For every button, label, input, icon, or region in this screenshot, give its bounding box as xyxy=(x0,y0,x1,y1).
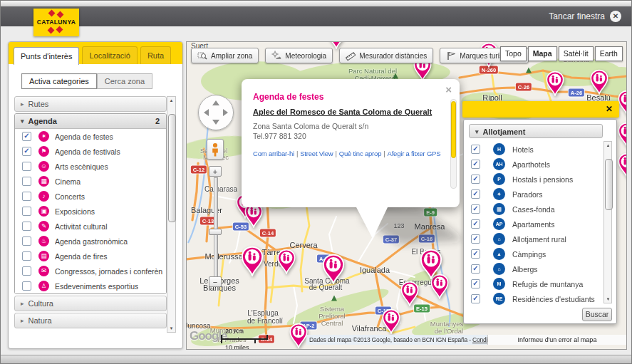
sidebar-tab[interactable]: Punts d'interès xyxy=(14,47,79,65)
category-checkbox[interactable]: ✓ xyxy=(22,266,31,276)
allotjament-row[interactable]: ✓ AH Aparthotels xyxy=(465,157,603,172)
map-type-button[interactable]: Earth xyxy=(595,46,623,61)
category-row[interactable]: ✓ ♨ Agenda gastronòmica xyxy=(15,234,166,249)
map-canvas[interactable]: SuertParc Natural delCadí-MoixeróGarrotx… xyxy=(186,41,627,350)
sidebar-scrollbar[interactable]: ▲ ▼ xyxy=(167,96,176,333)
allotjament-checkbox[interactable]: ✓ xyxy=(471,189,480,199)
allotjament-checkbox[interactable]: ✓ xyxy=(471,294,480,303)
pan-down-icon[interactable] xyxy=(212,120,219,125)
category-checkbox[interactable]: ✓ xyxy=(22,147,31,156)
map-marker[interactable] xyxy=(381,308,401,334)
category-checkbox[interactable]: ✓ xyxy=(22,251,31,261)
popup-close-icon[interactable]: × xyxy=(445,83,452,95)
zoom-out-button[interactable]: − xyxy=(209,276,222,287)
category-checkbox[interactable]: ✓ xyxy=(22,162,31,171)
scroll-down-icon[interactable]: ▼ xyxy=(167,326,175,331)
category-row[interactable]: ✓ ✎ Activitat cultural xyxy=(15,219,166,234)
popup-link[interactable]: Com arribar-hi xyxy=(253,150,294,157)
popup-link[interactable]: Què tinc aprop xyxy=(339,150,382,157)
allotjament-checkbox[interactable]: ✓ xyxy=(471,175,480,184)
popup-link[interactable]: | xyxy=(296,150,298,157)
sidebar-tab[interactable]: Localització xyxy=(82,46,137,64)
pegman-control[interactable] xyxy=(207,139,224,160)
category-row[interactable]: ✓ ✉ Congressos, jornades i conferèn... xyxy=(15,264,166,279)
allotjament-row[interactable]: ✓ AP Apartaments xyxy=(465,217,603,232)
zoom-slider-thumb[interactable] xyxy=(209,229,222,235)
category-row[interactable]: ✓ ☺ Arts escèniques xyxy=(15,159,166,174)
report-error-link[interactable]: Informeu d'un error al mapa xyxy=(487,335,626,345)
category-row[interactable]: ✓ ♙ Esdeveniments esportius xyxy=(15,279,166,293)
allotjament-checkbox[interactable]: ✓ xyxy=(471,264,480,274)
map-marker[interactable] xyxy=(617,152,627,178)
map-marker[interactable] xyxy=(321,254,346,284)
category-checkbox[interactable]: ✓ xyxy=(22,192,31,201)
pan-control[interactable] xyxy=(198,95,234,130)
allotjament-row[interactable]: ✓ ⌂ Allotjament rural xyxy=(465,232,603,246)
allotjament-checkbox[interactable]: ✓ xyxy=(471,160,480,169)
popup-link[interactable]: Street View xyxy=(300,150,333,157)
ampliar-zona-button[interactable]: Ampliar zona xyxy=(191,48,259,63)
buscar-button[interactable]: Buscar xyxy=(582,308,612,321)
pan-right-icon[interactable] xyxy=(223,109,228,116)
zoom-in-button[interactable]: + xyxy=(209,166,222,177)
view-button[interactable]: Activa categories xyxy=(21,73,97,89)
zoom-slider-track[interactable] xyxy=(214,177,218,278)
category-row[interactable]: ✓ ♪ Concerts xyxy=(15,189,166,204)
scroll-down-icon[interactable]: ▼ xyxy=(604,297,612,301)
category-checkbox[interactable]: ✓ xyxy=(22,132,31,141)
close-icon[interactable]: ✕ xyxy=(610,11,621,22)
map-marker[interactable] xyxy=(240,246,264,276)
view-button[interactable]: Cerca zona xyxy=(97,73,152,89)
allotjament-row[interactable]: ✓ P Hostals i pensions xyxy=(465,172,603,187)
category-row[interactable]: ✓ ▤ Agenda de fires xyxy=(15,249,166,264)
allotjament-row[interactable]: ✓ ▥ Cases-fonda xyxy=(465,202,603,217)
filter-close-icon[interactable]: ✕ xyxy=(606,104,613,114)
allotjament-row[interactable]: ✓ ✦ Paradors xyxy=(465,187,603,202)
category-row[interactable]: ✓ ▦ Cinema xyxy=(15,174,166,189)
map-marker[interactable] xyxy=(589,69,609,95)
allotjament-row[interactable]: ✓ RE Residències d'estudiants xyxy=(465,291,603,306)
meteorologia-button[interactable]: Meteorologia xyxy=(265,48,333,63)
allotjament-checkbox[interactable]: ✓ xyxy=(471,145,480,154)
category-checkbox[interactable]: ✓ xyxy=(22,222,31,231)
popup-scrollbar-thumb[interactable] xyxy=(451,101,456,158)
popup-link[interactable]: | xyxy=(335,150,336,157)
category-checkbox[interactable]: ✓ xyxy=(22,177,31,186)
accordion-rutes[interactable]: ▸ Rutes xyxy=(14,96,167,112)
map-marker[interactable] xyxy=(289,323,309,348)
scroll-up-icon[interactable]: ▲ xyxy=(604,143,612,147)
filter-scrollbar[interactable]: ▲ ▼ xyxy=(603,141,612,303)
allotjament-checkbox[interactable]: ✓ xyxy=(471,204,480,214)
map-marker[interactable] xyxy=(545,71,565,96)
allotjament-checkbox[interactable]: ✓ xyxy=(471,249,480,259)
pan-left-icon[interactable] xyxy=(204,109,209,116)
allotjament-row[interactable]: ✓ ⌂ Albergs xyxy=(465,261,603,276)
category-row[interactable]: ✓ ⚑ Agenda de festivals xyxy=(15,144,166,159)
scrollbar-thumb[interactable] xyxy=(168,114,176,222)
allotjament-checkbox[interactable]: ✓ xyxy=(471,234,480,244)
map-type-button[interactable]: Satèl·lit xyxy=(559,46,594,61)
map-marker[interactable] xyxy=(419,249,443,279)
allotjament-checkbox[interactable]: ✓ xyxy=(471,219,480,229)
category-checkbox[interactable]: ✓ xyxy=(22,236,31,246)
accordion-agenda[interactable]: ▾ Agenda 2 xyxy=(15,114,166,129)
accordion-allotjament[interactable]: ▾ Allotjament xyxy=(469,124,603,138)
accordion-cultura[interactable]: ▸ Cultura xyxy=(14,296,167,311)
sidebar-tab[interactable]: Ruta xyxy=(140,46,171,64)
allotjament-row[interactable]: ✓ ▲ Càmpings xyxy=(465,246,603,261)
map-type-button[interactable]: Topo xyxy=(500,46,527,61)
popup-link[interactable]: Afegir a fitxer GPS xyxy=(388,150,441,157)
scrollbar-thumb[interactable] xyxy=(605,159,613,210)
map-marker[interactable] xyxy=(400,281,420,306)
popup-title-link[interactable]: Aplec del Romesco de Santa Coloma de Que… xyxy=(253,108,442,116)
category-checkbox[interactable]: ✓ xyxy=(22,281,31,291)
map-type-button[interactable]: Mapa xyxy=(528,46,557,61)
category-checkbox[interactable]: ✓ xyxy=(22,207,31,216)
mesurador-distancies-button[interactable]: Mesurador distàncies xyxy=(339,48,433,63)
pan-up-icon[interactable] xyxy=(212,100,219,105)
allotjament-row[interactable]: ✓ H Hotels xyxy=(465,142,603,157)
allotjament-checkbox[interactable]: ✓ xyxy=(471,279,480,288)
popup-scrollbar[interactable] xyxy=(450,99,457,189)
category-row[interactable]: ✓ ▣ Exposicions xyxy=(15,204,166,219)
popup-link[interactable]: | xyxy=(383,150,385,157)
